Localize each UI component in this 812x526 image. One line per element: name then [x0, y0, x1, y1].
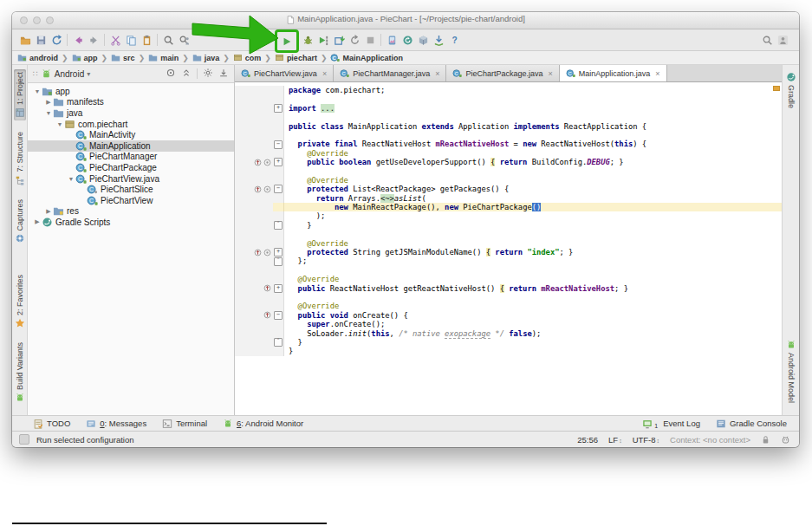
code-line-26[interactable]: − public void onCreate() {: [235, 311, 782, 320]
breadcrumb-item-com[interactable]: com: [233, 53, 262, 62]
code-line-18[interactable]: @Override: [235, 239, 782, 248]
avd-manager-button[interactable]: [384, 33, 400, 47]
avatar-button[interactable]: [775, 33, 790, 47]
caret-position[interactable]: 25:56: [577, 435, 598, 445]
code-line-11[interactable]: @Override: [235, 176, 782, 185]
inspections-profile-icon[interactable]: [781, 435, 790, 445]
code-line-24[interactable]: [235, 293, 782, 302]
code-line-17[interactable]: [235, 230, 782, 238]
code-line-13[interactable]: return Arrays.<~>asList(: [235, 194, 782, 203]
fold-plus-icon[interactable]: +: [274, 284, 283, 293]
paste-button[interactable]: [139, 33, 154, 47]
project-settings-button[interactable]: [203, 68, 213, 80]
code-line-10[interactable]: [235, 167, 782, 176]
code-line-23[interactable]: + public ReactNativeHost getReactNativeH…: [235, 284, 782, 293]
code-line-7[interactable]: − private final ReactNativeHost mReactNa…: [235, 140, 782, 148]
save-button[interactable]: [33, 33, 49, 47]
tree-collapsed-arrow-icon[interactable]: ▶: [44, 208, 53, 215]
tree-item-piechartview[interactable]: CPieChartView: [28, 195, 234, 206]
editor-tab-piechartpackage-java[interactable]: CPieChartPackage.java×: [446, 65, 559, 81]
fold-up-icon[interactable]: ˆ: [274, 257, 283, 266]
code-line-19[interactable]: + protected String getJSMainModuleName()…: [235, 248, 782, 257]
tree-item-piechartpackage[interactable]: CPieChartPackage: [28, 162, 234, 173]
breadcrumb-item-MainApplication[interactable]: CMainApplication: [330, 53, 403, 62]
lock-icon[interactable]: [761, 435, 770, 445]
breadcrumb-item-java[interactable]: java: [192, 53, 220, 62]
tree-item-res[interactable]: ▶res: [28, 206, 234, 218]
fold-up-icon[interactable]: ˆ: [274, 338, 283, 347]
close-tab-icon[interactable]: ×: [435, 69, 439, 78]
find-usages-button[interactable]: [176, 33, 192, 47]
breadcrumb-item-src[interactable]: src: [111, 53, 135, 62]
project-hide-button[interactable]: [218, 68, 229, 80]
tree-item-gradle-scripts[interactable]: ▶Gradle Scripts: [28, 217, 234, 228]
breadcrumb-item-piechart[interactable]: piechart: [275, 53, 317, 62]
tool-stripe-button-build-variants[interactable]: Build Variants: [14, 340, 26, 406]
tree-item-app[interactable]: ▼app: [28, 86, 234, 97]
stop-button[interactable]: [362, 33, 378, 47]
tree-expanded-arrow-icon[interactable]: ▼: [67, 176, 75, 182]
import-down-button[interactable]: [431, 33, 446, 47]
tree-item-mainapplication[interactable]: CMainApplication: [28, 140, 234, 152]
error-stripe-marker[interactable]: [773, 86, 780, 91]
tree-expanded-arrow-icon[interactable]: ▼: [33, 88, 42, 94]
code-line-15[interactable]: );: [235, 211, 782, 220]
fold-minus-icon[interactable]: −: [274, 185, 283, 193]
tool-stripe-button-2-favorites[interactable]: 2: Favorites: [14, 272, 26, 331]
code-line-4[interactable]: [235, 113, 782, 121]
tree-item-java[interactable]: ▼java: [28, 107, 234, 119]
project-locate-button[interactable]: [166, 68, 176, 80]
find-button[interactable]: [160, 33, 176, 47]
sync-button[interactable]: [49, 33, 64, 47]
tool-window-button-6-android-monitor[interactable]: 6: Android Monitor: [223, 419, 303, 429]
debug-button[interactable]: [300, 33, 315, 47]
code-line-12[interactable]: − protected List<ReactPackage> getPackag…: [235, 185, 782, 193]
fold-plus-icon[interactable]: +: [274, 158, 283, 166]
tool-window-button-0-messages[interactable]: 0: Messages: [86, 419, 146, 429]
close-tab-icon[interactable]: ×: [549, 69, 553, 78]
close-tab-icon[interactable]: ×: [322, 69, 327, 78]
search-button[interactable]: [759, 33, 775, 47]
open-button[interactable]: [17, 33, 33, 47]
cut-button[interactable]: [107, 33, 123, 47]
tool-stripe-button-gradle[interactable]: Gradle: [785, 69, 797, 111]
tool-window-button-todo[interactable]: TODO: [33, 419, 70, 429]
fold-plus-icon[interactable]: +: [274, 104, 283, 113]
sdk-manager-button[interactable]: [415, 33, 431, 47]
fold-minus-icon[interactable]: −: [274, 311, 283, 320]
tool-stripe-button-android-model[interactable]: Android Model: [785, 337, 797, 406]
tree-collapsed-arrow-icon[interactable]: ▶: [44, 99, 53, 106]
back-button[interactable]: [70, 33, 86, 47]
project-view-selector[interactable]: Android: [55, 69, 84, 79]
code-line-25[interactable]: @Override: [235, 302, 782, 310]
run-button[interactable]: [275, 29, 299, 53]
line-ending-selector[interactable]: LF↕: [608, 435, 622, 445]
close-tab-icon[interactable]: ×: [655, 69, 659, 78]
help-button[interactable]: ?: [446, 33, 462, 47]
breadcrumb-item-android[interactable]: android: [17, 53, 58, 62]
code-line-2[interactable]: [235, 94, 782, 103]
tree-collapsed-arrow-icon[interactable]: ▶: [33, 218, 42, 225]
code-line-21[interactable]: [235, 266, 782, 275]
fold-up-icon[interactable]: ˆ: [274, 221, 283, 230]
tree-item-piechartview-java[interactable]: ▼CPieChartView.java: [28, 173, 234, 185]
code-line-14[interactable]: new MainReactPackage(), new PieChartPack…: [235, 203, 782, 211]
tool-window-button-gradle-console[interactable]: Gradle Console: [716, 419, 787, 429]
code-line-1[interactable]: package com.piechart;: [235, 86, 782, 94]
encoding-selector[interactable]: UTF-8↕: [633, 435, 659, 445]
tree-item-piechartmanager[interactable]: CPieChartManager: [28, 152, 234, 163]
coverage-button[interactable]: [315, 33, 331, 47]
breadcrumb-item-main[interactable]: main: [148, 53, 179, 62]
tool-stripe-button-captures[interactable]: Captures: [14, 197, 26, 247]
tree-item-piechartslice[interactable]: CPieChartSlice: [28, 184, 234, 195]
context-indicator[interactable]: Context: <no context>: [670, 435, 750, 445]
tool-window-button-event-log[interactable]: 1Event Log: [642, 419, 700, 429]
code-editor[interactable]: package com.piechart;+import ...public c…: [235, 82, 782, 415]
code-line-8[interactable]: @Override: [235, 149, 782, 158]
fold-minus-icon[interactable]: −: [274, 140, 283, 149]
code-line-29[interactable]: ˆ }: [235, 338, 782, 347]
tree-expanded-arrow-icon[interactable]: ▼: [55, 121, 64, 127]
code-line-20[interactable]: ˆ };: [235, 257, 782, 265]
code-line-22[interactable]: @Override: [235, 275, 782, 283]
editor-tab-mainapplication-java[interactable]: CMainApplication.java×: [560, 65, 667, 81]
